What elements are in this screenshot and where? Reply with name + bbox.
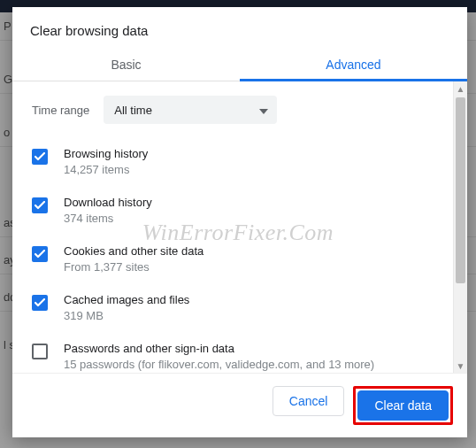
option-title: Cookies and other site data — [64, 244, 203, 258]
checkbox[interactable] — [32, 246, 48, 262]
option-row: Cookies and other site dataFrom 1,377 si… — [32, 237, 442, 286]
option-subtitle: From 1,377 sites — [64, 260, 203, 274]
options-list: Time range All time Browsing history14,2… — [12, 81, 453, 373]
dialog-footer: Cancel Clear data — [12, 373, 467, 437]
clear-data-button[interactable]: Clear data — [357, 390, 449, 421]
tab-advanced[interactable]: Advanced — [240, 49, 467, 81]
option-row: Download history374 items — [32, 189, 442, 237]
option-subtitle: 374 items — [64, 212, 152, 225]
scrollbar[interactable]: ▲ ▼ — [453, 81, 467, 373]
scroll-thumb[interactable] — [456, 97, 465, 283]
tab-basic[interactable]: Basic — [12, 49, 240, 81]
option-title: Browsing history — [64, 147, 148, 160]
dialog-body: Time range All time Browsing history14,2… — [12, 81, 467, 373]
time-range-value: All time — [114, 104, 152, 117]
option-title: Download history — [64, 196, 152, 209]
option-subtitle: 14,257 items — [64, 163, 148, 176]
option-title: Passwords and other sign-in data — [64, 342, 374, 355]
option-row: Passwords and other sign-in data15 passw… — [32, 335, 442, 373]
option-subtitle: 15 passwords (for flikover.com, validedg… — [64, 358, 374, 371]
checkbox[interactable] — [32, 149, 48, 165]
time-range-row: Time range All time — [32, 96, 442, 124]
scroll-up-icon[interactable]: ▲ — [454, 81, 467, 96]
cancel-button[interactable]: Cancel — [273, 386, 345, 416]
option-row: Browsing history14,257 items — [32, 140, 442, 189]
dialog-tabs: Basic Advanced — [12, 49, 467, 81]
option-title: Cached images and files — [64, 293, 189, 306]
clear-browsing-data-dialog: Clear browsing data Basic Advanced Time … — [12, 7, 467, 437]
time-range-label: Time range — [32, 104, 89, 117]
dialog-title: Clear browsing data — [12, 7, 467, 49]
checkbox[interactable] — [32, 344, 48, 359]
checkbox[interactable] — [32, 197, 48, 213]
option-subtitle: 319 MB — [64, 309, 189, 322]
time-range-select[interactable]: All time — [104, 96, 277, 124]
checkbox[interactable] — [32, 295, 48, 311]
chevron-down-icon — [259, 104, 268, 117]
scroll-down-icon[interactable]: ▼ — [454, 359, 467, 373]
option-row: Cached images and files319 MB — [32, 286, 442, 335]
highlight-clear-data: Clear data — [353, 386, 453, 425]
